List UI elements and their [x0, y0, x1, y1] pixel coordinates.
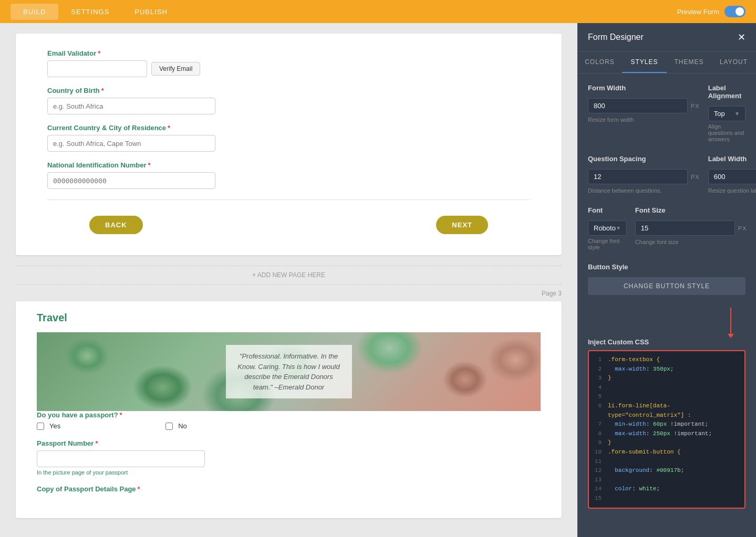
passport-checkbox-group: Yes No [37, 422, 541, 430]
panel-body: Form Width PX Resize form width Label Al… [577, 73, 756, 537]
nav-right: Preview Form [677, 6, 745, 17]
no-checkbox[interactable] [165, 423, 173, 430]
country-birth-label: Country of Birth* [47, 87, 530, 94]
font-size-input[interactable] [635, 220, 735, 236]
label-width-hint: Resize question label width [708, 187, 756, 194]
no-option[interactable]: No [165, 422, 187, 430]
travel-title: Travel [37, 312, 541, 324]
label-alignment-label: Label Alignment [708, 84, 745, 100]
panel-header: Form Designer ✕ [577, 23, 756, 52]
css-line-1: 1 .form-textbox { [593, 355, 740, 365]
form-width-hint: Resize form width [588, 117, 700, 123]
preview-form-label: Preview Form [677, 8, 719, 16]
label-width-input-row: PX [708, 169, 756, 184]
tab-layout[interactable]: LAYOUT [711, 52, 756, 73]
page-number: Page 3 [16, 290, 562, 297]
label-alignment-dropdown[interactable]: Top ▼ [708, 106, 745, 121]
email-input[interactable] [47, 60, 147, 77]
question-spacing-input[interactable] [588, 169, 688, 184]
form-designer-panel: Form Designer ✕ COLORS STYLES THEMES LAY… [577, 23, 756, 537]
label-width-section: Label Width PX Resize question label wid… [708, 155, 756, 194]
required-star: * [168, 124, 170, 132]
close-panel-button[interactable]: ✕ [738, 31, 745, 43]
css-line-4: 4 [593, 383, 740, 393]
yes-checkbox[interactable] [37, 423, 44, 430]
yes-option[interactable]: Yes [37, 422, 60, 430]
question-spacing-section: Question Spacing PX Distance between que… [588, 155, 700, 194]
font-size-section: Font Size PX Change font size [635, 206, 747, 250]
panel-tabs: COLORS STYLES THEMES LAYOUT [577, 52, 756, 73]
field-national-id: National Identification Number* [47, 161, 530, 189]
css-line-8: 8 max-width: 250px !important; [593, 429, 740, 439]
nav-items: BUILD SETTINGS PUBLISH [11, 4, 180, 20]
verify-email-button[interactable]: Verify Email [151, 62, 200, 76]
css-line-10: 10 .form-submit-button { [593, 448, 740, 457]
required-star: * [95, 439, 98, 447]
tab-styles[interactable]: STYLES [622, 52, 667, 73]
font-hint: Change font style [588, 238, 627, 250]
font-dropdown[interactable]: Roboto ▼ [588, 220, 627, 236]
font-row: Font Roboto ▼ Change font style Font Siz… [588, 206, 745, 263]
back-button[interactable]: BACK [89, 216, 143, 234]
current-country-city-input[interactable] [47, 135, 215, 152]
label-width-input[interactable] [708, 169, 756, 184]
label-alignment-value: Top [714, 110, 725, 118]
css-line-9: 9 } [593, 438, 740, 448]
form-width-section: Form Width PX Resize form width [588, 84, 700, 142]
country-birth-input[interactable] [47, 98, 215, 114]
arrow-shaft [730, 308, 731, 334]
email-validator-label: Email Validator* [47, 49, 530, 57]
question-spacing-unit: PX [691, 174, 700, 180]
nav-publish[interactable]: PUBLISH [122, 4, 180, 20]
css-line-3: 3 } [593, 374, 740, 383]
email-row: Verify Email [47, 60, 530, 77]
tab-themes[interactable]: THEMES [667, 52, 711, 73]
label-alignment-hint: Align questions and answers [708, 123, 745, 142]
preview-toggle[interactable] [724, 6, 745, 17]
inject-css-section: Inject Custom CSS 1 .form-textbox { 2 ma… [588, 338, 745, 509]
current-country-city-label: Current Country & City of Residence* [47, 124, 530, 132]
width-alignment-row: Form Width PX Resize form width Label Al… [588, 84, 745, 155]
form-width-input[interactable] [588, 98, 688, 113]
tab-colors[interactable]: COLORS [577, 52, 622, 73]
national-id-label: National Identification Number* [47, 161, 530, 169]
change-button-style-button[interactable]: CHANGE BUTTON STYLE [588, 277, 745, 295]
field-current-country-city: Current Country & City of Residence* [47, 124, 530, 152]
css-line-6: 6 li.form-line[data-type="control_matrix… [593, 402, 740, 420]
css-line-7: 7 min-width: 60px !important; [593, 420, 740, 429]
national-id-input[interactable] [47, 172, 215, 189]
spacing-width-row: Question Spacing PX Distance between que… [588, 155, 745, 206]
no-label: No [178, 422, 187, 430]
label-width-label: Label Width [708, 155, 756, 163]
label-alignment-section: Label Alignment Top ▼ Align questions an… [708, 84, 745, 142]
passport-hint: In the picture page of your passport [37, 469, 541, 476]
required-star: * [120, 411, 122, 419]
quote-overlay: "Professional. Informative. In the Know.… [226, 345, 352, 398]
css-line-13: 13 [593, 476, 740, 485]
button-style-label: Button Style [588, 263, 745, 271]
passport-number-input[interactable] [37, 450, 205, 467]
question-spacing-hint: Distance between questions. [588, 187, 700, 194]
form-divider [47, 199, 530, 200]
nav-settings[interactable]: SETTINGS [58, 4, 122, 20]
travel-card: Travel "Professional. Informative. In th… [16, 301, 562, 518]
required-star: * [138, 485, 140, 493]
travel-image: "Professional. Informative. In the Know.… [37, 332, 541, 411]
required-star: * [101, 87, 104, 94]
font-size-label: Font Size [635, 206, 747, 214]
field-passport-number: Passport Number* In the picture page of … [37, 439, 541, 476]
css-line-12: 12 background: #00917b; [593, 466, 740, 476]
passport-number-label: Passport Number* [37, 439, 541, 447]
passport-question-label: Do you have a passport?* [37, 411, 541, 419]
arrow-head-icon [728, 334, 734, 338]
css-line-5: 5 [593, 392, 740, 402]
form-width-input-row: PX [588, 98, 700, 113]
required-star: * [148, 161, 151, 169]
form-nav-buttons: BACK NEXT [47, 210, 530, 239]
field-copy-passport: Copy of Passport Details Page* [37, 485, 541, 493]
next-button[interactable]: NEXT [436, 216, 488, 234]
main-layout: Email Validator* Verify Email Country of… [0, 23, 756, 537]
css-editor[interactable]: 1 .form-textbox { 2 max-width: 350px; 3 … [588, 350, 745, 509]
add-page-row[interactable]: + ADD NEW PAGE HERE [16, 266, 562, 285]
nav-build[interactable]: BUILD [11, 4, 58, 20]
